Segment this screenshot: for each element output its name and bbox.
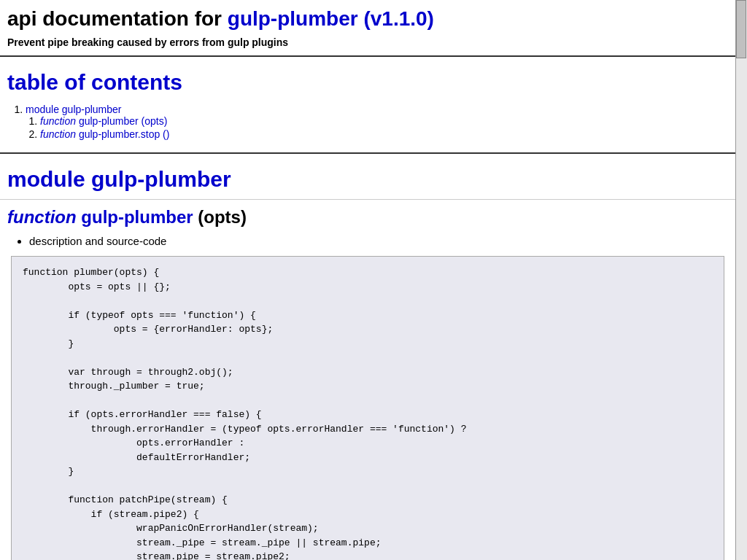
page-title: api documentation for gulp-plumber (v1.1… (7, 7, 728, 31)
subtitle: Prevent pipe breaking caused by errors f… (7, 36, 728, 48)
toc-link-function1[interactable]: function gulp-plumber (opts) (40, 115, 167, 127)
toc-link-function2[interactable]: function gulp-plumber.stop () (40, 128, 169, 140)
code-block: function plumber(opts) { opts = opts || … (11, 256, 724, 560)
toc-func1-params: (opts) (139, 115, 168, 127)
toc-item-function2: function gulp-plumber.stop () (40, 128, 728, 140)
toc-section: table of contents module gulp-plumber fu… (0, 57, 735, 154)
toc-func1-keyword: function (40, 115, 76, 127)
description-text: description and source-code (29, 235, 166, 247)
title-highlight: gulp-plumber (v1.1.0) (228, 7, 434, 30)
toc-link-module[interactable]: module gulp-plumber (26, 104, 122, 115)
function-section: function gulp-plumber (opts) description… (0, 200, 735, 560)
title-prefix: api documentation for (7, 7, 228, 30)
toc-list: module gulp-plumber function gulp-plumbe… (7, 104, 728, 140)
function-keyword: function (7, 207, 77, 227)
function-params: (opts) (193, 207, 247, 227)
scrollbar-thumb[interactable] (736, 0, 746, 58)
main-content: api documentation for gulp-plumber (v1.1… (0, 0, 735, 560)
function-title: function gulp-plumber (opts) (7, 207, 728, 228)
toc-func2-name: gulp-plumber. (76, 128, 141, 140)
toc-item-module: module gulp-plumber function gulp-plumbe… (26, 104, 728, 140)
toc-func1-name: gulp-plumber (76, 115, 139, 127)
toc-title: table of contents (7, 70, 728, 95)
header-section: api documentation for gulp-plumber (v1.1… (0, 0, 735, 57)
scrollbar-track[interactable] (735, 0, 747, 560)
description-item: description and source-code (29, 235, 728, 247)
function-name: gulp-plumber (77, 207, 193, 227)
module-title: module gulp-plumber (7, 167, 728, 192)
toc-func2-keyword: function (40, 128, 76, 140)
toc-item-function1: function gulp-plumber (opts) (40, 115, 728, 127)
toc-func2-params: () (160, 128, 169, 140)
description-list: description and source-code (29, 235, 728, 247)
module-section: module gulp-plumber (0, 154, 735, 200)
toc-func2-stop: stop (141, 128, 160, 140)
